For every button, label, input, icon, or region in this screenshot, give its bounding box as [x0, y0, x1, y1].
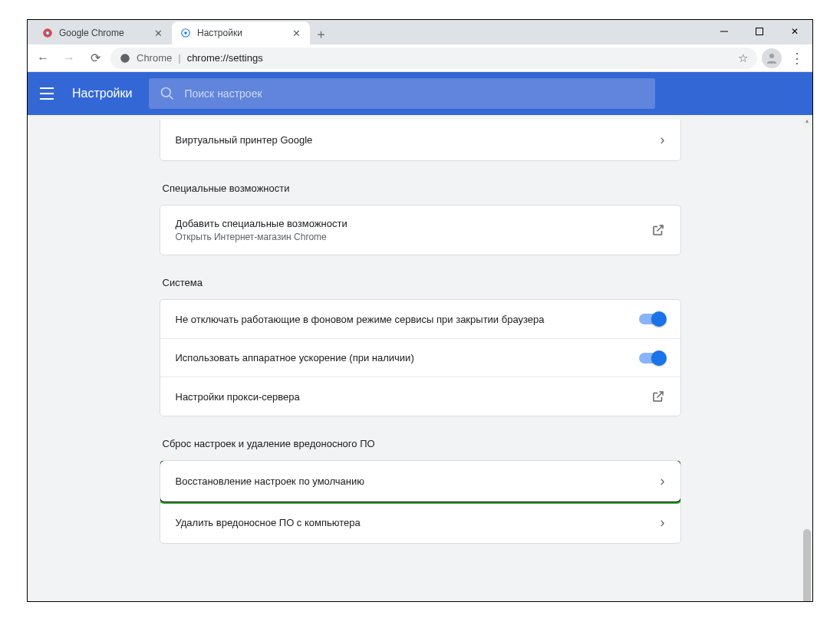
row-proxy-settings[interactable]: Настройки прокси-сервера	[160, 377, 680, 416]
row-label: Использовать аппаратное ускорение (при н…	[176, 352, 639, 363]
tab-label: Настройки	[197, 28, 285, 38]
window-titlebar: Google Chrome ✕ Настройки ✕ ＋ ✕	[28, 20, 812, 44]
svg-point-8	[769, 54, 774, 58]
svg-point-7	[120, 54, 130, 63]
address-bar[interactable]: Chrome | chrome://settings ☆	[110, 48, 757, 69]
row-cleanup-malware[interactable]: Удалить вредоносное ПО с компьютера ›	[160, 502, 680, 543]
menu-icon[interactable]	[40, 86, 55, 101]
maximize-button[interactable]	[742, 20, 777, 43]
window-controls: ✕	[707, 20, 812, 43]
chrome-menu-button[interactable]: ⋮	[786, 48, 808, 69]
toolbar: ← → ⟳ Chrome | chrome://settings ☆ ⋮	[28, 44, 812, 72]
section-title-system: Система	[163, 277, 681, 288]
site-info-icon[interactable]	[120, 53, 130, 64]
row-label: Добавить специальные возможности	[176, 218, 651, 229]
settings-search[interactable]: Поиск настроек	[149, 78, 655, 109]
minimize-button[interactable]	[707, 20, 742, 43]
new-tab-button[interactable]: ＋	[310, 23, 331, 44]
url-separator: |	[178, 52, 180, 64]
svg-point-4	[184, 31, 187, 35]
url-host: Chrome	[137, 52, 172, 64]
profile-avatar-button[interactable]	[762, 48, 782, 68]
url-path: chrome://settings	[187, 52, 263, 64]
external-link-icon	[651, 390, 665, 403]
row-background-apps[interactable]: Не отключать работающие в фоновом режиме…	[160, 300, 680, 338]
tab-settings[interactable]: Настройки ✕	[172, 21, 310, 44]
external-link-icon	[651, 223, 665, 237]
chrome-favicon	[41, 27, 54, 39]
svg-line-10	[170, 96, 173, 100]
row-label: Удалить вредоносное ПО с компьютера	[176, 517, 660, 528]
svg-point-2	[46, 31, 49, 35]
section-title-accessibility: Специальные возможности	[163, 183, 681, 194]
toggle-background-apps[interactable]	[639, 314, 665, 324]
scrollbar-thumb[interactable]	[803, 529, 811, 601]
settings-scroll-area[interactable]: Виртуальный принтер Google › Специальные…	[28, 115, 812, 601]
chevron-right-icon: ›	[660, 515, 665, 531]
chevron-right-icon: ›	[660, 132, 665, 148]
toggle-hardware-accel[interactable]	[639, 353, 665, 363]
search-placeholder: Поиск настроек	[184, 87, 262, 100]
scrollbar-up-button[interactable]: ▴	[803, 115, 811, 126]
row-label: Восстановление настроек по умолчанию	[176, 475, 660, 487]
row-add-accessibility[interactable]: Добавить специальные возможности Открыть…	[160, 206, 680, 255]
tab-label: Google Chrome	[59, 28, 147, 38]
settings-favicon	[180, 27, 192, 39]
row-label: Виртуальный принтер Google	[176, 134, 660, 146]
search-icon	[160, 86, 175, 101]
forward-button[interactable]: →	[58, 48, 80, 69]
page-title: Настройки	[72, 87, 132, 100]
row-sublabel: Открыть Интернет-магазин Chrome	[176, 232, 651, 242]
reload-button[interactable]: ⟳	[84, 48, 106, 69]
row-label: Не отключать работающие в фоновом режиме…	[176, 314, 639, 325]
close-window-button[interactable]: ✕	[777, 20, 812, 43]
row-cloud-print[interactable]: Виртуальный принтер Google ›	[160, 120, 680, 160]
row-hardware-accel[interactable]: Использовать аппаратное ускорение (при н…	[160, 338, 680, 377]
settings-header: Настройки Поиск настроек	[28, 72, 812, 115]
svg-rect-6	[756, 28, 763, 35]
row-restore-defaults[interactable]: Восстановление настроек по умолчанию ›	[160, 461, 680, 502]
chevron-right-icon: ›	[660, 473, 665, 489]
close-tab-icon[interactable]: ✕	[290, 27, 302, 39]
svg-point-9	[162, 88, 171, 97]
section-title-reset: Сброс настроек и удаление вредоносного П…	[163, 438, 681, 449]
bookmark-icon[interactable]: ☆	[738, 51, 748, 65]
close-tab-icon[interactable]: ✕	[152, 27, 164, 39]
row-label: Настройки прокси-сервера	[176, 391, 651, 403]
tab-google-chrome[interactable]: Google Chrome ✕	[34, 21, 172, 44]
back-button[interactable]: ←	[32, 48, 54, 69]
